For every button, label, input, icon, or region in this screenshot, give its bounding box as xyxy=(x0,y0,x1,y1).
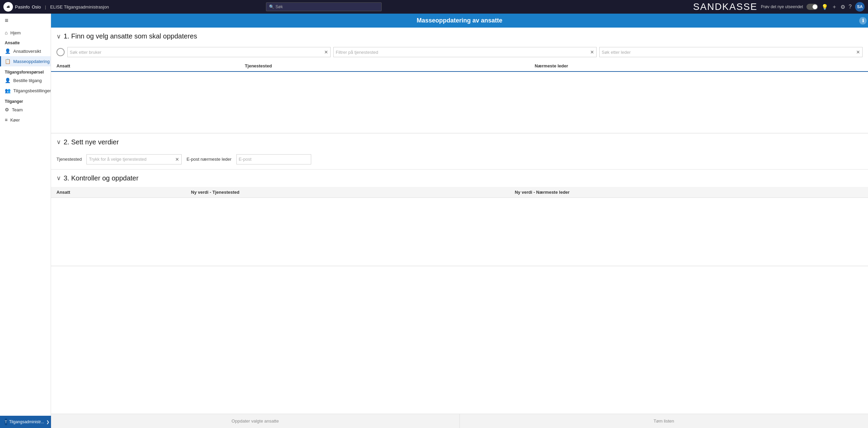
bottom-bar: Oppdater valgte ansatte Tøm listen xyxy=(51,414,868,428)
help-icon[interactable]: ? xyxy=(849,4,852,10)
pasinfo-label: Pasinfo xyxy=(15,4,30,10)
oslo-logo-icon: 🏙 xyxy=(3,2,13,12)
filter-tjenestested-field[interactable]: ✕ xyxy=(333,47,597,57)
section-1-header: ∨ 1. Finn og velg ansatte som skal oppda… xyxy=(51,28,868,45)
clear-user-button[interactable]: ✕ xyxy=(324,49,328,55)
topbar: 🏙 Pasinfo Oslo | ELISE Tilgangsadministr… xyxy=(0,0,868,14)
tjenestested-input[interactable] xyxy=(89,157,175,162)
col-tjenestested: Tjenestested xyxy=(239,61,529,72)
col-nærmeste-leder: Nærmeste leder xyxy=(529,61,868,72)
page-header: Masseoppdatering av ansatte ℹ xyxy=(51,14,868,28)
sidebar-label-køer: Køer xyxy=(10,117,20,123)
sidebar-item-masseoppdatering[interactable]: 📋 Masseoppdatering xyxy=(0,56,51,66)
col3-ny-leder: Ny verdi - Nærmeste leder xyxy=(509,187,868,198)
sidebar-label-masseoppdatering: Masseoppdatering xyxy=(13,59,50,64)
section-1: ∨ 1. Finn og velg ansatte som skal oppda… xyxy=(51,28,868,133)
sidebar-item-hjem[interactable]: ⌂ Hjem xyxy=(0,28,51,38)
section-2-header: ∨ 2. Sett nye verdier xyxy=(51,133,868,151)
gear-icon[interactable]: ⚙ xyxy=(840,4,845,10)
clear-tjenestested-button[interactable]: ✕ xyxy=(590,49,594,55)
update-button[interactable]: Oppdater valgte ansatte xyxy=(51,414,460,428)
col-ansatt: Ansatt xyxy=(51,61,239,72)
chevron-2-icon[interactable]: ∨ xyxy=(56,138,61,146)
search-leder-input[interactable] xyxy=(602,50,856,55)
topbar-search[interactable]: 🔍 xyxy=(266,2,382,11)
topbar-divider: | xyxy=(45,4,46,10)
new-ui-toggle[interactable] xyxy=(806,4,818,10)
tjenestested-field[interactable]: ✕ xyxy=(86,154,182,164)
clear-list-button[interactable]: Tøm listen xyxy=(460,414,868,428)
sidebar-label-tilgangsbestillinger: Tilgangsbestillinger xyxy=(13,88,51,93)
section-1-title: 1. Finn og velg ansatte som skal oppdate… xyxy=(64,32,197,40)
epost-field[interactable] xyxy=(236,154,311,164)
topbar-right: SANDKASSE Prøv det nye utseendet 💡 ＋ ⚙ ?… xyxy=(693,1,865,12)
sidebar-item-ansattoversikt[interactable]: 👤 Ansattoversikt xyxy=(0,46,51,56)
section-2-title: 2. Sett nye verdier xyxy=(64,138,119,146)
section-3: ∨ 3. Kontroller og oppdater Ansatt Ny ve… xyxy=(51,170,868,266)
filter-row: ✕ ✕ ✕ xyxy=(51,45,868,61)
footer-chevron-icon: ❯ xyxy=(46,420,49,424)
avatar[interactable]: SA xyxy=(855,2,865,12)
search-icon: 🔍 xyxy=(269,4,274,9)
sidebar-item-bestille-tilgang[interactable]: 👤 Bestille tilgang xyxy=(0,75,51,85)
oslo-label: Oslo xyxy=(32,4,41,10)
filter-tjenestested-input[interactable] xyxy=(336,50,590,55)
content-area: ∨ 1. Finn og velg ansatte som skal oppda… xyxy=(51,28,868,414)
topbar-appname: ELISE Tilgangsadministrasjon xyxy=(50,4,109,10)
clipboard-icon: 📋 xyxy=(5,59,11,64)
epost-input[interactable] xyxy=(239,157,309,162)
main-content: Masseoppdatering av ansatte ℹ ∨ 1. Finn … xyxy=(51,14,868,428)
home-icon: ⌂ xyxy=(5,30,7,35)
footer-t-icon: T xyxy=(5,418,7,425)
sidebar-label-hjem: Hjem xyxy=(10,30,20,35)
persons-icon: 👥 xyxy=(5,88,11,93)
col3-ansatt: Ansatt xyxy=(51,187,186,198)
epost-label: E-post nærmeste leder xyxy=(186,157,231,162)
sidebar-label-team: Team xyxy=(12,107,23,112)
sidebar-item-tilgangsbestillinger[interactable]: 👥 Tilgangsbestillinger xyxy=(0,85,51,96)
person-add-icon: 👤 xyxy=(5,78,11,83)
sidebar-menu-icon[interactable]: ≡ xyxy=(0,14,51,28)
sidebar: ≡ ⌂ Hjem Ansatte 👤 Ansattoversikt 📋 Mass… xyxy=(0,14,51,428)
section-1-tbody xyxy=(51,72,868,133)
prøv-label: Prøv det nye utseendet xyxy=(761,4,803,9)
sidebar-item-køer[interactable]: ≡ Køer xyxy=(0,115,51,125)
lightbulb-icon[interactable]: 💡 xyxy=(821,4,828,10)
clear-tjenestested2-button[interactable]: ✕ xyxy=(175,157,179,162)
search-leder-field[interactable]: ✕ xyxy=(599,47,863,57)
col3-ny-tjenestested: Ny verdi - Tjenestested xyxy=(186,187,510,198)
sandkasse-title: SANDKASSE xyxy=(693,1,757,12)
section-tilganger: Tilganger xyxy=(0,96,51,105)
gear-team-icon: ⚙ xyxy=(5,107,9,112)
plus-icon[interactable]: ＋ xyxy=(832,3,837,11)
section-2-content: Tjenestested ✕ E-post nærmeste leder xyxy=(51,151,868,169)
sidebar-footer-label: Tilgangsadministr... xyxy=(9,419,44,424)
main-layout: ≡ ⌂ Hjem Ansatte 👤 Ansattoversikt 📋 Mass… xyxy=(0,14,868,428)
info-button[interactable]: ℹ xyxy=(859,17,867,25)
section-3-header: ∨ 3. Kontroller og oppdater xyxy=(51,170,868,187)
chevron-1-icon[interactable]: ∨ xyxy=(56,33,61,40)
list-icon: ≡ xyxy=(5,117,7,123)
filter-circle-icon xyxy=(56,48,65,56)
section-1-table: Ansatt Tjenestested Nærmeste leder xyxy=(51,61,868,133)
section-2: ∨ 2. Sett nye verdier Tjenestested ✕ E-p… xyxy=(51,133,868,170)
sidebar-footer[interactable]: T Tilgangsadministr... ❯ xyxy=(0,416,51,428)
sidebar-item-team[interactable]: ⚙ Team xyxy=(0,105,51,115)
topbar-logo: 🏙 Pasinfo Oslo xyxy=(3,2,41,12)
person-icon: 👤 xyxy=(5,48,11,54)
page-title: Masseoppdatering av ansatte xyxy=(417,17,502,24)
search-user-input[interactable] xyxy=(70,50,324,55)
topbar-search-input[interactable] xyxy=(276,4,379,9)
tjenestested-label: Tjenestested xyxy=(56,157,82,162)
search-user-field[interactable]: ✕ xyxy=(67,47,331,57)
section-3-title: 3. Kontroller og oppdater xyxy=(64,174,138,182)
clear-leder-button[interactable]: ✕ xyxy=(856,49,860,55)
section-3-table: Ansatt Ny verdi - Tjenestested Ny verdi … xyxy=(51,187,868,266)
section-tilgangsforespørsel: Tilgangsforespørsel xyxy=(0,66,51,75)
section-ansatte: Ansatte xyxy=(0,38,51,46)
sidebar-label-bestille-tilgang: Bestille tilgang xyxy=(13,78,42,83)
section-3-tbody xyxy=(51,197,868,266)
chevron-3-icon[interactable]: ∨ xyxy=(56,174,61,182)
sidebar-label-ansattoversikt: Ansattoversikt xyxy=(13,49,41,54)
